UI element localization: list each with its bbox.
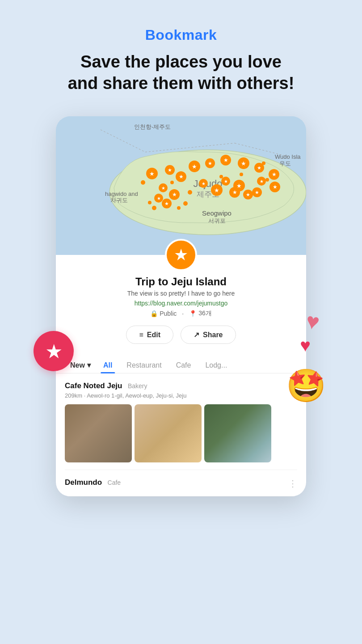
place-distance: 209km · Aewol-ro 1-gil, Aewol-eup, Jeju-… [65,392,186,399]
svg-text:서귀포: 서귀포 [208,217,226,224]
location-icon: 📍 [189,310,197,317]
love-eyes-emoji: 🤩 [286,367,326,405]
bookmark-star-icon: ★ [45,340,63,363]
place-item: Delmundo Cafe ⋮ [65,470,297,496]
place-name: Cafe Noted Jeju [65,381,122,390]
edit-label: Edit [147,331,160,339]
svg-text:★: ★ [149,170,155,177]
svg-text:★: ★ [214,187,219,194]
page-title: Bookmark [145,27,217,43]
svg-point-65 [148,201,152,204]
svg-point-58 [141,180,145,185]
svg-point-60 [188,190,192,195]
place-photo-3 [204,404,271,462]
place-info: Delmundo Cafe [65,478,121,487]
share-label: Share [203,331,223,339]
svg-point-66 [177,206,181,210]
svg-point-63 [265,178,269,182]
svg-text:★: ★ [208,161,212,166]
place-name: Delmundo [65,478,102,487]
map-area: 인천항-제주도 Wudo Isla 우도 hagwido and 차귀도 Jej… [56,116,306,255]
place-photo-1 [65,404,132,462]
avatar: ★ [165,239,197,271]
place-category: Bakery [128,382,147,390]
svg-text:★: ★ [202,181,206,186]
profile-section: ★ Trip to Jeju Island The view is so pre… [56,255,306,353]
trip-meta: 🔒 Public · 📍 36개 [150,309,212,318]
svg-point-67 [183,201,188,206]
tab-new-label: New [70,361,85,369]
svg-text:Wudo Isla: Wudo Isla [275,153,301,160]
svg-text:★: ★ [161,186,165,191]
place-list: Cafe Noted Jeju Bakery 209km · Aewol-ro … [56,373,306,496]
svg-text:차귀도: 차귀도 [110,197,128,203]
svg-text:★: ★ [168,167,172,173]
action-buttons: ≡ Edit ↗ Share [126,326,236,344]
share-button[interactable]: ↗ Share [181,326,236,344]
place-header: Cafe Noted Jeju Bakery 209km · Aewol-ro … [65,381,297,399]
phone-card: 인천항-제주도 Wudo Isla 우도 hagwido and 차귀도 Jej… [56,116,306,496]
phone-card-wrapper: ★ ♥ ♥ 🤩 인천항-제주도 Wudo Isla 우도 [56,116,306,496]
edit-button[interactable]: ≡ Edit [126,326,173,344]
svg-text:Seogwipo: Seogwipo [202,209,232,217]
svg-text:★: ★ [164,201,169,206]
edit-icon: ≡ [139,331,143,339]
svg-text:★: ★ [246,192,250,197]
bookmark-badge: ★ [34,331,74,371]
trip-title: Trip to Jeju Island [135,275,227,288]
tagline: Save the places you loveand share them w… [68,51,295,94]
svg-point-61 [219,175,223,178]
svg-text:★: ★ [241,160,246,167]
place-info: Cafe Noted Jeju Bakery 209km · Aewol-ro … [65,381,186,399]
avatar-star-icon: ★ [174,246,188,264]
tab-new-chevron-icon: ▾ [87,361,91,369]
svg-text:★: ★ [232,189,237,195]
more-options-icon[interactable]: ⋮ [288,478,297,489]
lock-icon: 🔒 [150,310,158,317]
places-count-meta: 📍 36개 [189,309,212,318]
svg-text:★: ★ [260,179,264,184]
svg-text:★: ★ [272,171,277,178]
svg-point-64 [152,206,156,210]
svg-text:★: ★ [192,163,197,170]
svg-text:인천항-제주도: 인천항-제주도 [134,123,171,130]
place-photos [65,404,297,462]
tab-cafe[interactable]: Cafe [169,358,198,373]
svg-text:★: ★ [255,190,259,195]
visibility-meta: 🔒 Public [150,310,177,317]
svg-text:★: ★ [179,174,184,180]
trip-link[interactable]: https://blog.naver.com/jejumustgo [135,300,228,307]
place-item: Cafe Noted Jeju Bakery 209km · Aewol-ro … [65,373,297,470]
place-header: Delmundo Cafe ⋮ [65,478,297,489]
place-photo-2 [135,404,202,462]
svg-text:★: ★ [223,157,228,163]
svg-text:★: ★ [224,179,228,184]
svg-point-59 [170,181,174,184]
svg-point-68 [262,161,265,165]
trip-description: The view is so pretty! I have to go here [127,290,235,297]
place-count: 36개 [198,309,212,318]
tabs-bar: New ▾ All Restaurant Cafe Lodg... [56,353,306,373]
svg-point-62 [240,173,243,176]
tab-restaurant[interactable]: Restaurant [119,358,168,373]
svg-text:우도: 우도 [279,160,291,167]
svg-text:★: ★ [172,191,177,198]
svg-text:hagwido and: hagwido and [105,191,138,197]
visibility-label: Public [160,310,177,317]
svg-text:★: ★ [257,165,261,170]
svg-text:★: ★ [273,184,278,190]
svg-text:★: ★ [157,196,161,201]
place-category: Cafe [108,479,121,486]
heart-icon-1: ♥ [304,308,322,335]
tab-lodge[interactable]: Lodg... [198,358,234,373]
tab-all[interactable]: All [96,358,119,373]
share-icon: ↗ [194,330,199,339]
meta-separator: · [182,310,184,317]
